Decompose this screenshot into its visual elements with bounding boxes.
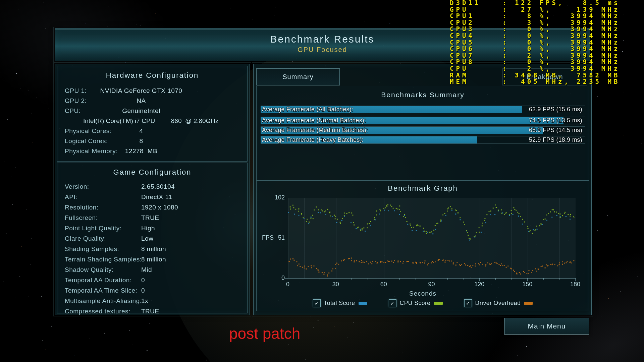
- config-row: Version:2.65.30104: [57, 181, 247, 192]
- game-configuration-box: Game Configuration Version:2.65.30104API…: [57, 163, 248, 313]
- legend-swatch-driver-overhead: [524, 302, 533, 305]
- config-value: 0: [141, 287, 145, 294]
- config-row: GPU 1:NVIDIA GeForce GTX 1070: [57, 86, 247, 96]
- config-row: Physical Memory:12278 MB: [57, 146, 247, 156]
- fps-overlay-label: CPU4: [450, 33, 502, 39]
- benchmark-graph-panel: Benchmark Graph FPS 051102 0306090120150…: [256, 180, 589, 311]
- config-row: Physical Cores:4: [57, 126, 247, 136]
- main-menu-button[interactable]: Main Menu: [504, 318, 589, 335]
- config-value: NA: [84, 97, 198, 105]
- config-label: Shadow Quality:: [57, 266, 114, 274]
- x-tick-label: 60: [380, 281, 387, 288]
- config-row: Fullscreen:TRUE: [57, 213, 247, 223]
- config-row: Compressed textures:TRUE: [57, 306, 247, 316]
- config-value: DirectX 11: [141, 193, 172, 201]
- config-value: 0: [141, 277, 145, 284]
- fps-overlay-label: MEM: [450, 78, 502, 85]
- x-tick-label: 90: [428, 281, 435, 288]
- x-axis-label: Seconds: [257, 290, 589, 297]
- x-tick-mark: [512, 278, 512, 280]
- config-value: 4: [84, 127, 198, 135]
- config-label: Version:: [57, 183, 89, 190]
- config-value: TRUE: [141, 308, 159, 315]
- fps-overlay-value: 405 MHz, 2235 MB: [515, 78, 620, 85]
- config-value: High: [141, 225, 155, 232]
- config-row: Point Light Quality:High: [57, 223, 247, 233]
- config-label: Shading Samples:: [57, 245, 119, 253]
- config-value: TRUE: [141, 214, 159, 222]
- benchmark-result-row: Average Framerate (Medium Batches):68.9 …: [261, 126, 585, 134]
- config-value: 1x: [141, 297, 148, 305]
- game-configuration-title: Game Configuration: [57, 163, 247, 177]
- config-label: API:: [57, 193, 77, 201]
- config-value: GenuineIntel: [84, 107, 198, 115]
- framerate-label: Average Framerate (All Batches):: [262, 106, 353, 113]
- config-row: Multisample Anti-Aliasing:1x: [57, 296, 247, 306]
- y-tick-mark: [285, 278, 288, 279]
- benchmarks-summary-title: Benchmarks Summary: [257, 86, 589, 99]
- x-tick-mark: [495, 278, 496, 280]
- hardware-configuration-title: Hardware Configuration: [57, 66, 247, 80]
- benchmark-result-row: Average Framerate (All Batches):63.9 FPS…: [261, 106, 585, 113]
- legend-item-driver-overhead: ✓Driver Overhead: [464, 299, 533, 307]
- y-tick-label: 51: [266, 234, 285, 241]
- x-tick-label: 150: [522, 281, 532, 288]
- config-label: Fullscreen:: [57, 214, 98, 222]
- hardware-configuration-box: Hardware Configuration GPU 1:NVIDIA GeFo…: [57, 66, 248, 162]
- config-label: Compressed textures:: [57, 308, 130, 315]
- checkbox-total-score[interactable]: ✓: [313, 299, 321, 307]
- x-tick-label: 180: [570, 281, 580, 288]
- checkbox-cpu-score[interactable]: ✓: [389, 299, 396, 307]
- legend-label-total-score: Total Score: [324, 300, 355, 307]
- benchmark-summary-rows: Average Framerate (All Batches):63.9 FPS…: [261, 106, 585, 144]
- fps-overlay-label: CPU8: [450, 59, 502, 65]
- config-label: Temporal AA Duration:: [57, 277, 132, 284]
- fps-overlay-label: CPU1: [450, 13, 502, 19]
- config-row: Shadow Quality:Mid: [57, 264, 247, 275]
- checkbox-driver-overhead[interactable]: ✓: [464, 299, 472, 307]
- game-rows: Version:2.65.30104API:DirectX 11Resoluti…: [57, 181, 247, 316]
- x-tick-mark: [304, 278, 304, 280]
- legend-item-total-score: ✓Total Score: [313, 299, 367, 307]
- config-label: Resolution:: [57, 204, 99, 211]
- x-tick-mark: [543, 278, 544, 280]
- y-tick-label: 102: [266, 194, 285, 201]
- fps-overlay-separator: :: [502, 78, 515, 85]
- config-label: Terrain Shading Samples:: [57, 256, 142, 263]
- config-value: NVIDIA GeForce GTX 1070: [84, 87, 198, 95]
- framerate-label: Average Framerate (Medium Batches):: [262, 127, 368, 134]
- config-row: API:DirectX 11: [57, 192, 247, 202]
- benchmark-graph-title: Benchmark Graph: [257, 181, 589, 193]
- x-tick-mark: [352, 278, 352, 280]
- framerate-value: 63.9 FPS (15.6 ms): [529, 106, 582, 113]
- framerate-label: Average Framerate (Normal Batches):: [262, 117, 366, 124]
- hardware-rows: Physical Cores:4Logical Cores:8Physical …: [57, 126, 247, 156]
- benchmark-graph-canvas: [288, 198, 575, 278]
- tab-summary[interactable]: Summary: [256, 68, 340, 85]
- config-value: 8 million: [141, 256, 166, 263]
- hardware-rows: GPU 1:NVIDIA GeForce GTX 1070GPU 2:NACPU…: [57, 86, 247, 116]
- annotation-text: post patch: [229, 324, 300, 343]
- configuration-panel: Hardware Configuration GPU 1:NVIDIA GeFo…: [55, 64, 250, 315]
- config-label: GPU 2:: [57, 97, 87, 105]
- x-tick-label: 30: [332, 281, 339, 288]
- fps-overlay-label: CPU: [450, 65, 502, 72]
- x-tick-label: 0: [286, 281, 289, 288]
- config-value: 2.65.30104: [141, 183, 175, 190]
- framerate-value: 74.0 FPS (13.5 ms): [529, 117, 582, 124]
- x-tick-mark: [320, 278, 320, 280]
- config-row: Glare Quality:Low: [57, 233, 247, 244]
- config-row: Terrain Shading Samples:8 million: [57, 254, 247, 264]
- config-label: Point Light Quality:: [57, 225, 121, 232]
- y-tick-mark: [285, 198, 288, 198]
- x-tick-mark: [447, 278, 448, 280]
- config-label: Temporal AA Time Slice:: [57, 287, 137, 294]
- graph-legend: ✓Total Score✓CPU Score✓Driver Overhead: [257, 299, 589, 307]
- config-label: Glare Quality:: [57, 235, 106, 242]
- results-panel: Summary Breakdown Benchmarks Summary Ave…: [253, 64, 592, 315]
- x-tick-mark: [559, 278, 559, 280]
- config-value: 644 x 362: [141, 204, 178, 211]
- fps-overlay-label: D3D11: [450, 0, 502, 6]
- legend-label-cpu-score: CPU Score: [400, 300, 431, 307]
- legend-swatch-total-score: [359, 302, 367, 305]
